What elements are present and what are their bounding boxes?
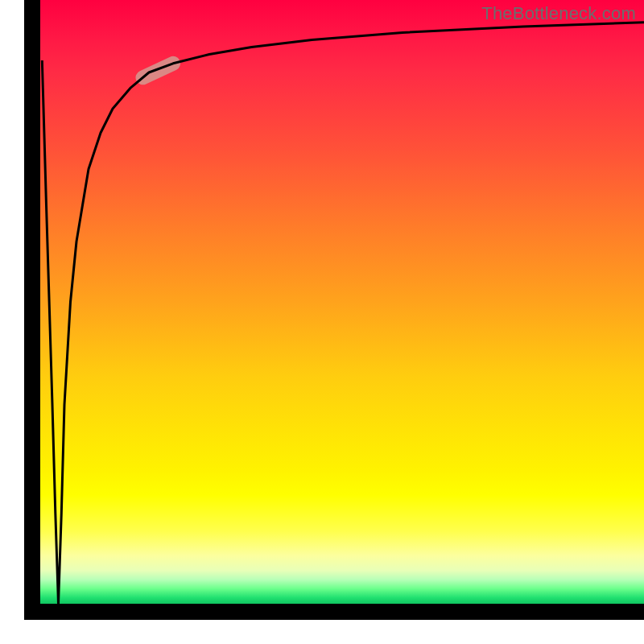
plot-area [40,0,644,604]
attribution-text: TheBottleneck.com [481,3,636,24]
x-axis [24,604,644,620]
chart-stage: TheBottleneck.com [0,0,644,644]
curve-layer [40,0,644,604]
y-axis [24,0,40,620]
bottleneck-curve [42,23,644,604]
